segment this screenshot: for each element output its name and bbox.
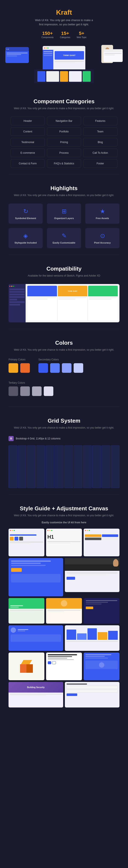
col-11: [102, 445, 110, 488]
category-ecommerce[interactable]: E-commerce: [11, 149, 45, 157]
primary-swatch-2: [20, 363, 30, 373]
compat-card-img-2: THINK GIANT: [58, 286, 87, 297]
highlight-customizable: ✎ Easily Customizable: [47, 228, 81, 248]
sg-row-5: [8, 653, 120, 680]
highlight-label-symboled: Symboled Element: [12, 217, 40, 219]
grid-title: Grid System: [8, 417, 120, 424]
sidebar-item-3: [9, 293, 25, 295]
sg-row-2: [8, 558, 120, 596]
compat-inner: THINK GIANT: [8, 284, 120, 322]
category-blog[interactable]: Blog: [83, 138, 117, 147]
colors-container: Primary Colors Secondary Colors Tertiary…: [8, 358, 120, 396]
sg-card-3: [84, 529, 120, 556]
category-faqs[interactable]: FAQ's & Statistics: [47, 159, 81, 168]
secondary-swatch-4: [74, 363, 83, 373]
col-5: [46, 445, 54, 488]
sg-row-6: Building Security: [8, 682, 120, 708]
category-process[interactable]: Process: [47, 149, 81, 157]
highlights-grid: ↻ Symboled Element ⊞ Organized Layers ★ …: [8, 204, 120, 248]
bootstrap-text: Bootstrap 4 Grid, 1140px & 12 columns: [16, 437, 60, 440]
assets-icon: ★: [88, 208, 116, 215]
bootstrap-icon: B: [8, 436, 14, 441]
mockup-left: [5, 47, 29, 63]
category-pricing[interactable]: Pricing: [47, 138, 81, 147]
sg-card-chart: [65, 625, 120, 651]
primary-swatch-1: [8, 363, 18, 373]
sg-dot-y3: [87, 530, 88, 531]
grid-subtitle: Web UI Kit. You only get one chance to m…: [8, 426, 120, 430]
stat-number-webtopic: 5+: [77, 31, 86, 36]
primary-colors-group: Primary Colors: [8, 358, 30, 373]
style-guide-subtitle: Web UI Kit. You only get one chance to m…: [8, 514, 120, 517]
sg-row-4: [8, 625, 120, 651]
compat-card-line-1: [28, 297, 56, 298]
categories-title: Component Categories: [8, 98, 120, 105]
compat-card-line-3: [59, 297, 86, 298]
category-header[interactable]: Header: [11, 117, 45, 125]
stat-components: 150+ Components: [42, 31, 54, 38]
stat-number-components: 150+: [42, 31, 54, 36]
category-testimonial[interactable]: Testimonial: [11, 138, 45, 147]
secondary-swatch-3: [62, 363, 72, 373]
stat-number-categories: 15+: [60, 31, 70, 36]
sg-card-white: [65, 558, 120, 592]
category-team[interactable]: Team: [83, 127, 117, 136]
style-guide-title: Style Guide + Adjustment Canvas: [8, 505, 120, 512]
sg-dot-r2: [47, 530, 48, 531]
style-guide-section: Style Guide + Adjustment Canvas Web UI K…: [0, 495, 128, 716]
highlight-styleguide: ◈ Styleguide Included: [8, 228, 43, 248]
primary-swatches: [8, 363, 30, 373]
category-portfolio[interactable]: Portfolio: [47, 127, 81, 136]
highlight-symboled: ↻ Symboled Element: [8, 204, 43, 224]
stat-label-categories: Categories: [60, 36, 70, 38]
hero-subtitle: Web UI Kit. You only get one chance to m…: [34, 18, 94, 26]
compat-card-1: [27, 286, 57, 321]
compat-card-line-4: [59, 299, 75, 300]
sidebar-item-7: [9, 304, 20, 306]
category-grid: Header Navigation Bar Features Content P…: [11, 117, 117, 168]
category-footer[interactable]: Footer: [83, 159, 117, 168]
category-call-to-action[interactable]: Call To Action: [83, 149, 117, 157]
styleguide-icon: ◈: [12, 232, 40, 239]
secondary-colors-label: Secondary Colors: [39, 358, 83, 361]
category-contact-form[interactable]: Contact & Form: [11, 159, 45, 168]
highlight-organized: ⊞ Organized Layers: [47, 204, 81, 224]
sg-dot-g2: [51, 530, 52, 531]
categories-subtitle: Web UI Kit. You only get one chance to m…: [8, 106, 120, 110]
sg-card-login: [65, 682, 120, 708]
symboled-icon: ↻: [12, 208, 40, 215]
sg-card-blue-2: [8, 625, 63, 651]
sg-card-1: [8, 529, 44, 556]
bootstrap-badge: B Bootstrap 4 Grid, 1140px & 12 columns: [8, 436, 120, 441]
compatibility-subtitle: Available for the latest versions of Ske…: [8, 274, 120, 278]
col-3: [27, 445, 36, 488]
nav-dot-green: [13, 286, 14, 287]
mockup-screens-row: [34, 69, 94, 83]
hero-title: Kraft: [4, 8, 124, 17]
col-7: [64, 445, 73, 488]
highlights-title: Highlights: [8, 185, 120, 192]
secondary-swatches: [39, 363, 83, 373]
sg-card-dark: [84, 598, 120, 624]
category-features[interactable]: Features: [83, 117, 117, 125]
highlight-assets: ★ Free Assets: [85, 204, 120, 224]
sidebar-item-6: [9, 301, 25, 303]
compatibility-section: Compatibility Available for the latest v…: [0, 255, 128, 329]
highlights-subtitle: Web UI Kit. You only get one chance to m…: [8, 193, 120, 197]
category-navigation-bar[interactable]: Navigation Bar: [47, 117, 81, 125]
highlight-label-organized: Organized Layers: [50, 217, 78, 219]
tertiary-swatch-1: [8, 386, 18, 396]
compat-card-3: [88, 286, 118, 321]
hero-stats: 150+ Components 15+ Categories 5+ Web To…: [4, 31, 124, 38]
highlight-label-pixel: Pixel Accuracy: [88, 242, 116, 244]
nav-dot-yellow: [11, 286, 12, 287]
category-content[interactable]: Content: [11, 127, 45, 136]
sg-card-2: H1: [46, 529, 82, 556]
tertiary-colors-label: Tertiary Colors: [8, 381, 120, 384]
grid-columns-visual: [8, 445, 120, 488]
style-guide-note: Easily customize the UI kit from here: [8, 521, 120, 524]
tertiary-colors-group: Tertiary Colors: [8, 381, 120, 396]
organized-icon: ⊞: [50, 208, 78, 215]
sg-dot-y2: [49, 530, 50, 531]
tertiary-swatch-4: [44, 386, 53, 396]
